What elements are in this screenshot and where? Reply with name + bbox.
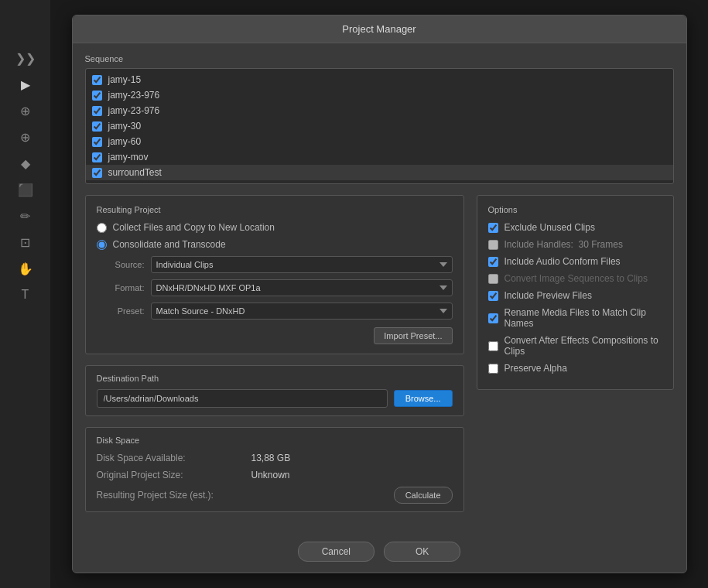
dialog-footer: Cancel OK (73, 534, 686, 573)
disk-space-panel: Disk Space Disk Space Available: 13,88 G… (85, 427, 464, 512)
sidebar-type-icon[interactable]: T (12, 283, 39, 306)
exclude-unused-label: Exclude Unused Clips (504, 222, 595, 233)
consolidate-radio-row: Consolidate and Transcode (97, 239, 453, 250)
source-row: Source: Individual Clips (97, 256, 453, 273)
convert-ae-label: Convert After Effects Compositions to Cl… (504, 335, 662, 357)
destination-title: Destination Path (97, 374, 453, 383)
seq-item-jamymov: jamy-mov (86, 149, 673, 165)
disk-original-label: Original Project Size: (97, 470, 251, 480)
resulting-project-title: Resulting Project (97, 205, 453, 214)
option-exclude-unused: Exclude Unused Clips (488, 222, 662, 233)
seq-item-surroundtest: surroundTest (86, 165, 673, 180)
options-title: Options (488, 205, 662, 214)
disk-space-title: Disk Space (97, 436, 453, 445)
sidebar-expand-icon[interactable]: ❯❯ (12, 46, 39, 70)
convert-image-seq-checkbox[interactable] (488, 274, 498, 284)
seq-checkbox-jamy15[interactable] (92, 75, 102, 85)
consolidate-label: Consolidate and Transcode (113, 239, 226, 250)
sequence-list: jamy-15 jamy-23-976 jamy-23-976 jamy-30 … (85, 68, 674, 184)
option-include-audio: Include Audio Conform Files (488, 256, 662, 267)
option-rename-media: Rename Media Files to Match Clip Names (488, 307, 662, 329)
sidebar-select-icon[interactable]: ▶ (12, 73, 39, 96)
format-select[interactable]: DNxHR/DNxHD MXF OP1a (151, 279, 453, 296)
destination-panel: Destination Path Browse... (85, 365, 464, 416)
exclude-unused-checkbox[interactable] (488, 223, 498, 233)
calculate-button[interactable]: Calculate (394, 487, 453, 504)
seq-name-jamy30: jamy-30 (108, 121, 142, 132)
consolidate-radio[interactable] (97, 240, 107, 250)
seq-item-jamy23a: jamy-23-976 (86, 87, 673, 103)
disk-original-value: Unknown (251, 470, 290, 480)
seq-checkbox-jamymov[interactable] (92, 152, 102, 162)
include-handles-checkbox[interactable] (488, 240, 498, 250)
options-panel: Options Exclude Unused Clips Include Han… (477, 195, 674, 390)
sidebar-ripple-icon[interactable]: ⊕ (12, 125, 39, 149)
include-handles-label: Include Handles: 30 Frames (504, 239, 623, 250)
format-label: Format: (97, 283, 145, 292)
seq-name-jamy23b: jamy-23-976 (108, 105, 160, 116)
seq-checkbox-surroundtest[interactable] (92, 168, 102, 178)
seq-checkbox-jamy30[interactable] (92, 121, 102, 132)
preserve-alpha-checkbox[interactable] (488, 364, 498, 374)
sidebar-hand-icon[interactable]: ✋ (12, 257, 39, 280)
disk-resulting-row: Resulting Project Size (est.): Calculate (97, 487, 453, 504)
seq-name-jamy15: jamy-15 (108, 74, 142, 85)
seq-name-jamy23a: jamy-23-976 (108, 90, 160, 101)
disk-resulting-label: Resulting Project Size (est.): (97, 490, 214, 501)
seq-checkbox-jamy23a[interactable] (92, 91, 102, 101)
sidebar-razor-icon[interactable]: ✏ (12, 204, 39, 227)
rename-media-label: Rename Media Files to Match Clip Names (504, 307, 662, 329)
resulting-project-panel: Resulting Project Collect Files and Copy… (85, 195, 464, 354)
seq-name-jamymov: jamy-mov (108, 152, 149, 162)
rename-media-checkbox[interactable] (488, 313, 498, 323)
disk-available-row: Disk Space Available: 13,88 GB (97, 453, 453, 463)
seq-name-surroundtest: surroundTest (108, 167, 162, 178)
seq-checkbox-jamy60[interactable] (92, 137, 102, 147)
destination-input[interactable] (97, 389, 388, 408)
dialog-title: Project Manager (73, 15, 686, 43)
preset-select[interactable]: Match Source - DNxHD (151, 303, 453, 320)
seq-item-jamy23b: jamy-23-976 (86, 103, 673, 118)
source-label: Source: (97, 260, 145, 269)
seq-name-jamy60: jamy-60 (108, 136, 142, 147)
cancel-button[interactable]: Cancel (298, 542, 375, 562)
include-audio-checkbox[interactable] (488, 257, 498, 267)
disk-available-value: 13,88 GB (251, 453, 291, 463)
option-preserve-alpha: Preserve Alpha (488, 363, 662, 374)
sequence-label: Sequence (85, 54, 674, 63)
sidebar-rate-stretch-icon[interactable]: ⬛ (12, 178, 39, 201)
option-convert-ae: Convert After Effects Compositions to Cl… (488, 335, 662, 357)
option-convert-image-seq: Convert Image Sequences to Clips (488, 273, 662, 284)
disk-available-label: Disk Space Available: (97, 453, 251, 463)
preset-label: Preset: (97, 306, 145, 316)
seq-item-jamy30: jamy-30 (86, 118, 673, 134)
convert-image-seq-label: Convert Image Sequences to Clips (504, 273, 648, 284)
seq-checkbox-jamy23b[interactable] (92, 106, 102, 116)
option-include-handles: Include Handles: 30 Frames (488, 239, 662, 250)
preserve-alpha-label: Preserve Alpha (504, 363, 567, 374)
ok-button[interactable]: OK (384, 542, 460, 562)
option-include-preview: Include Preview Files (488, 290, 662, 301)
collect-radio[interactable] (97, 223, 107, 233)
browse-button[interactable]: Browse... (394, 390, 453, 407)
sidebar-track-select-icon[interactable]: ⊕ (12, 99, 39, 122)
seq-item-jamy15: jamy-15 (86, 72, 673, 87)
import-preset-button[interactable]: Import Preset... (374, 327, 452, 344)
collect-radio-row: Collect Files and Copy to New Location (97, 222, 453, 233)
include-preview-checkbox[interactable] (488, 291, 498, 301)
collect-label: Collect Files and Copy to New Location (113, 222, 275, 233)
seq-item-jamy60: jamy-60 (86, 134, 673, 149)
include-audio-label: Include Audio Conform Files (504, 256, 621, 267)
sidebar-rolling-icon[interactable]: ◆ (12, 152, 39, 175)
convert-ae-checkbox[interactable] (488, 341, 498, 351)
format-row: Format: DNxHR/DNxHD MXF OP1a (97, 279, 453, 296)
sidebar-slip-icon[interactable]: ⊡ (12, 231, 39, 254)
preset-row: Preset: Match Source - DNxHD (97, 303, 453, 320)
include-preview-label: Include Preview Files (504, 290, 592, 301)
disk-original-row: Original Project Size: Unknown (97, 470, 453, 480)
source-select[interactable]: Individual Clips (151, 256, 453, 273)
